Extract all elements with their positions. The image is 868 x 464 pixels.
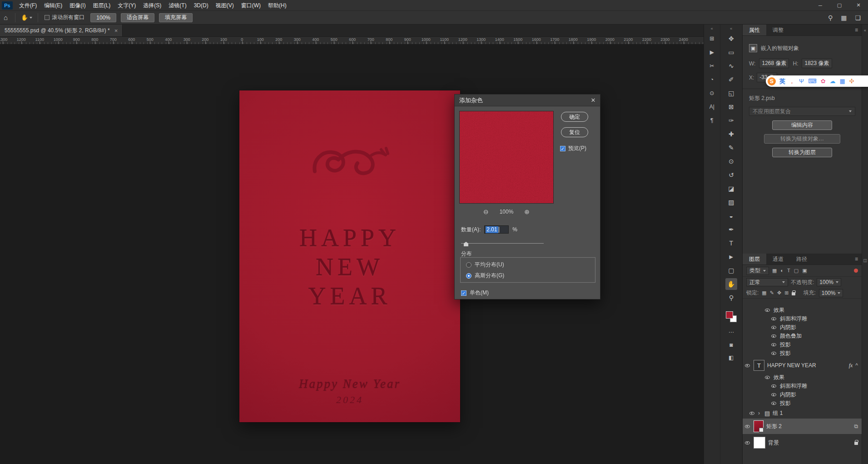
horizontal-ruler[interactable]: 1300120011001000900800700600500400300200… bbox=[0, 37, 704, 45]
menu-item[interactable]: 3D(D) bbox=[190, 0, 212, 11]
layer-comp-dropdown[interactable]: 不应用图层复合 bbox=[749, 107, 855, 116]
visibility-eye-icon[interactable] bbox=[770, 317, 777, 320]
collapse-panels-icon[interactable]: « bbox=[711, 25, 713, 33]
eraser-tool-icon[interactable]: ◪ bbox=[725, 183, 737, 195]
preview-checkbox[interactable]: ✓ 预览(P) bbox=[560, 145, 586, 152]
shape-tool-icon[interactable]: ▢ bbox=[725, 264, 737, 276]
menu-item[interactable]: 图像(I) bbox=[66, 0, 89, 11]
layer-row[interactable]: 投影 bbox=[743, 349, 862, 358]
layer-row[interactable]: 投影 bbox=[743, 340, 862, 349]
panel-menu-icon[interactable]: ≡ bbox=[851, 254, 862, 264]
panel-tab[interactable]: 属性 bbox=[743, 25, 766, 35]
width-value[interactable]: 1268 像素 bbox=[759, 59, 789, 68]
lock-all-icon[interactable] bbox=[792, 292, 795, 295]
character-panel-icon[interactable]: A| bbox=[706, 101, 718, 113]
workspace-icon[interactable]: ▦ bbox=[841, 14, 847, 21]
uniform-radio[interactable]: 平均分布(U) bbox=[466, 261, 595, 269]
lock-transparency-icon[interactable]: ▦ bbox=[762, 290, 766, 296]
visibility-eye-icon[interactable] bbox=[744, 364, 751, 367]
lock-pixels-icon[interactable]: ✎ bbox=[770, 290, 774, 296]
adjustment-filter-icon[interactable]: ◐ bbox=[780, 268, 784, 274]
zoom-out-icon[interactable]: ⊖ bbox=[483, 208, 489, 215]
panel-tab[interactable]: 通道 bbox=[766, 254, 790, 264]
panel-menu-icon[interactable]: ≡ bbox=[851, 25, 862, 35]
ime-mic-icon[interactable]: Ψ bbox=[799, 78, 804, 84]
menu-item[interactable]: 图层(L) bbox=[89, 0, 114, 11]
move-tool-icon[interactable]: ✥ bbox=[725, 33, 737, 45]
layer-row[interactable]: 内阴影 bbox=[743, 390, 862, 399]
visibility-eye-icon[interactable] bbox=[748, 412, 755, 415]
layer-thumbnail[interactable] bbox=[754, 420, 764, 432]
visibility-eye-icon[interactable] bbox=[770, 334, 777, 338]
maximize-button[interactable]: ▢ bbox=[830, 0, 849, 10]
shape-filter-icon[interactable]: ▢ bbox=[794, 268, 799, 274]
layer-thumbnail[interactable]: T bbox=[754, 360, 764, 371]
scroll-all-windows-checkbox[interactable]: 滚动所有窗口 bbox=[45, 14, 84, 21]
layer-row[interactable]: 背景 bbox=[743, 434, 862, 451]
amount-input[interactable]: 2.01 bbox=[484, 225, 509, 234]
layer-row[interactable]: T HAPPY NEW YEAR fx ^ bbox=[743, 358, 862, 373]
artboard-panel-icon[interactable]: ⊞ bbox=[706, 33, 718, 45]
clone-stamp-tool-icon[interactable]: ⊙ bbox=[725, 155, 737, 167]
visibility-eye-icon[interactable] bbox=[764, 376, 771, 379]
crop-tool-icon[interactable]: ◱ bbox=[725, 87, 737, 99]
layer-row[interactable]: 效果 bbox=[743, 306, 862, 314]
layer-thumbnail[interactable]: ▤ bbox=[764, 410, 770, 417]
menu-item[interactable]: 帮助(H) bbox=[264, 0, 290, 11]
layer-row-extra-icon[interactable]: ⧉ bbox=[854, 423, 858, 429]
fit-screen-button[interactable]: 适合屏幕 bbox=[121, 13, 154, 22]
menu-item[interactable]: 文字(Y) bbox=[114, 0, 139, 11]
collapse-toolbar-icon[interactable]: « bbox=[730, 25, 732, 33]
fill-screen-button[interactable]: 填充屏幕 bbox=[159, 13, 193, 22]
menu-item[interactable]: 编辑(E) bbox=[40, 0, 66, 11]
ime-language-toggle[interactable]: 英 bbox=[779, 77, 785, 85]
type-tool-icon[interactable]: T bbox=[725, 237, 737, 249]
document-tab[interactable]: 55555555.psd @ 40.5% (矩形 2, RGB/8#) * × bbox=[0, 25, 123, 36]
lock-artboard-icon[interactable]: ⊞ bbox=[784, 290, 789, 296]
zoom-in-icon[interactable]: ⊕ bbox=[524, 208, 530, 215]
minimize-button[interactable]: ─ bbox=[811, 0, 830, 10]
noise-preview[interactable] bbox=[459, 111, 554, 204]
layer-row[interactable]: 颜色叠加 bbox=[743, 332, 862, 340]
edit-content-button[interactable]: 编辑内容 bbox=[772, 120, 832, 130]
layer-row[interactable]: 效果 bbox=[743, 373, 862, 382]
ime-toolbox-icon[interactable]: ✣ bbox=[849, 78, 854, 84]
dialog-close-icon[interactable]: ✕ bbox=[586, 95, 600, 106]
filter-type-dropdown[interactable]: 类型 bbox=[746, 267, 769, 275]
ime-punctuation-icon[interactable]: ， bbox=[789, 78, 795, 84]
tab-close-icon[interactable]: × bbox=[114, 27, 118, 34]
poster-document[interactable]: HAPPYNEWYEAR Happy New Year 2024 bbox=[239, 90, 460, 422]
quick-selection-tool-icon[interactable]: ✐ bbox=[725, 74, 737, 85]
marquee-tool-icon[interactable]: ▭ bbox=[725, 46, 737, 58]
smart-object-filter-icon[interactable]: ▣ bbox=[802, 268, 807, 274]
ime-skin-icon[interactable]: ✿ bbox=[821, 78, 826, 84]
brush-tool-icon[interactable]: ✎ bbox=[725, 142, 737, 154]
visibility-eye-icon[interactable] bbox=[770, 384, 777, 388]
layer-row[interactable]: 斜面和浮雕 bbox=[743, 382, 862, 390]
type-filter-icon[interactable]: T bbox=[787, 268, 790, 274]
slider-knob[interactable] bbox=[464, 242, 468, 246]
visibility-eye-icon[interactable] bbox=[744, 441, 751, 444]
pixel-filter-icon[interactable]: ▦ bbox=[772, 268, 777, 274]
layer-row-extra-icon[interactable]: ^ bbox=[855, 362, 858, 369]
fill-value[interactable]: 100% bbox=[819, 289, 843, 297]
amount-slider[interactable] bbox=[461, 241, 544, 246]
arrange-documents-icon[interactable]: ❏ bbox=[855, 14, 861, 21]
history-brush-tool-icon[interactable]: ↺ bbox=[725, 169, 737, 181]
visibility-eye-icon[interactable] bbox=[770, 393, 777, 396]
panel-tab[interactable]: 调整 bbox=[766, 25, 790, 35]
search-icon[interactable]: ⚲ bbox=[828, 14, 833, 21]
menu-item[interactable]: 滤镜(T) bbox=[165, 0, 190, 11]
visibility-eye-icon[interactable] bbox=[770, 343, 777, 346]
foreground-color-swatch[interactable] bbox=[726, 311, 733, 319]
slider-track[interactable] bbox=[461, 243, 544, 244]
convert-to-linked-button[interactable]: 转换为链接对象… bbox=[764, 134, 840, 144]
visibility-eye-icon[interactable] bbox=[770, 402, 777, 405]
ime-logo[interactable]: S bbox=[768, 77, 776, 85]
height-value[interactable]: 1823 像素 bbox=[802, 59, 832, 68]
blur-tool-icon[interactable]: ◒ bbox=[725, 210, 737, 222]
visibility-eye-icon[interactable] bbox=[744, 425, 751, 428]
ime-keyboard-icon[interactable]: ⌨ bbox=[808, 78, 817, 84]
layer-row[interactable]: › ▤ 组 1 bbox=[743, 408, 862, 419]
healing-brush-tool-icon[interactable]: ✚ bbox=[725, 128, 737, 140]
